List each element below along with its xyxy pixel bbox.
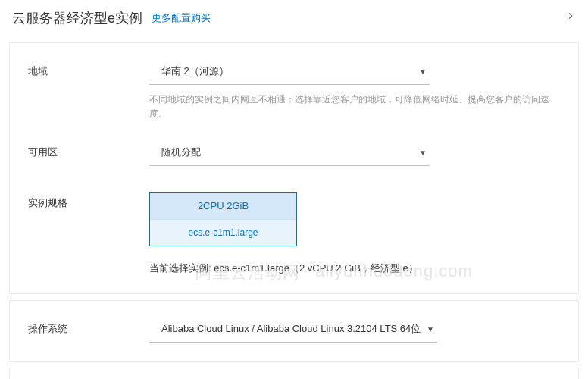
spec-label: 实例规格 <box>28 190 149 210</box>
zone-label: 可用区 <box>28 139 149 159</box>
zone-value: 随机分配 <box>161 146 201 159</box>
zone-row: 可用区 随机分配 ▼ <box>10 139 578 166</box>
config-section-main: 地域 华南 2（河源） ▼ 不同地域的实例之间内网互不相通；选择靠近您客户的地域… <box>9 42 579 294</box>
page-title: 云服务器经济型e实例 <box>12 9 142 27</box>
region-row: 地域 华南 2（河源） ▼ 不同地域的实例之间内网互不相通；选择靠近您客户的地域… <box>10 58 578 136</box>
header: 云服务器经济型e实例 更多配置购买 <box>0 0 588 36</box>
spec-card-title: 2CPU 2GiB <box>150 193 296 220</box>
more-config-link[interactable]: 更多配置购买 <box>152 11 211 25</box>
config-section-os: 操作系统 Alibaba Cloud Linux / Alibaba Cloud… <box>9 300 579 362</box>
spec-card[interactable]: 2CPU 2GiB ecs.e-c1m1.large <box>149 192 297 246</box>
spec-row: 实例规格 2CPU 2GiB ecs.e-c1m1.large 当前选择实例: … <box>10 190 578 275</box>
chevron-down-icon: ▼ <box>427 325 434 334</box>
config-section-disk: 系统盘 ESSD Entry ▼ − + GiB <box>9 368 579 379</box>
region-label: 地域 <box>28 58 149 78</box>
os-row: 操作系统 Alibaba Cloud Linux / Alibaba Cloud… <box>10 316 578 343</box>
chevron-down-icon: ▼ <box>419 67 427 76</box>
os-value: Alibaba Cloud Linux / Alibaba Cloud Linu… <box>161 322 421 336</box>
region-dropdown[interactable]: 华南 2（河源） ▼ <box>149 58 430 85</box>
current-selection-text: 当前选择实例: ecs.e-c1m1.large（2 vCPU 2 GiB，经济… <box>149 262 560 275</box>
region-value: 华南 2（河源） <box>161 64 229 78</box>
chevron-down-icon: ▼ <box>419 149 427 157</box>
os-label: 操作系统 <box>28 316 149 336</box>
zone-dropdown[interactable]: 随机分配 ▼ <box>149 139 430 166</box>
close-icon[interactable] <box>565 11 576 24</box>
region-help-text: 不同地域的实例之间内网互不相通；选择靠近您客户的地域，可降低网络时延、提高您客户… <box>149 92 560 121</box>
os-dropdown[interactable]: Alibaba Cloud Linux / Alibaba Cloud Linu… <box>149 316 437 343</box>
spec-card-sub: ecs.e-c1m1.large <box>150 220 296 246</box>
